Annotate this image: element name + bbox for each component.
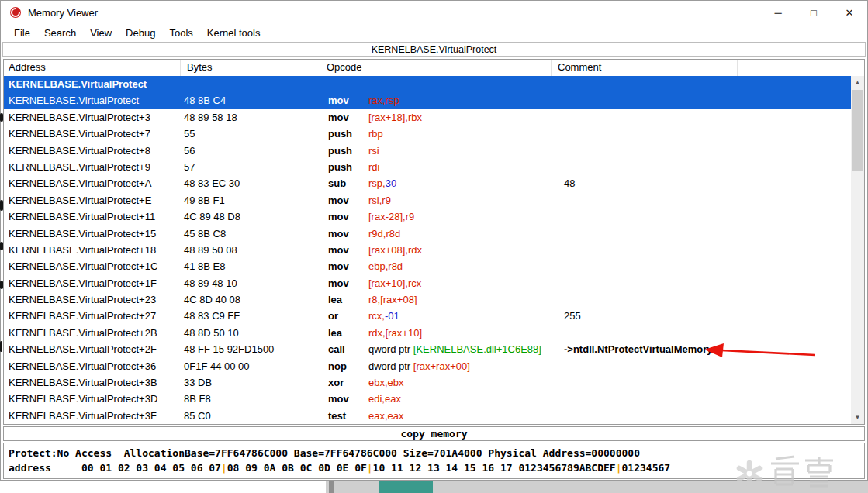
address-cell: KERNELBASE.VirtualProtect+3F [4, 408, 181, 424]
menu-item-view[interactable]: View [83, 25, 119, 41]
address-cell: KERNELBASE.VirtualProtect+E [4, 192, 181, 209]
ruler-segment: | [616, 462, 622, 474]
disasm-row[interactable]: KERNELBASE.VirtualProtect+3D8B F8movedi,… [4, 391, 851, 407]
app-logo-icon [9, 6, 22, 19]
minimize-button[interactable]: ─ [760, 1, 796, 24]
disasm-row[interactable]: KERNELBASE.VirtualProtect+1848 89 50 08m… [4, 242, 851, 258]
mnemonic: mov [328, 209, 368, 225]
mnemonic: mov [328, 275, 368, 291]
maximize-button[interactable]: □ [796, 1, 832, 24]
address-cell: KERNELBASE.VirtualProtect+3B [4, 374, 181, 391]
close-button[interactable]: ✕ [832, 1, 867, 24]
opcode-cell: movebp,r8d [320, 258, 552, 274]
opcode-cell: pushrbp [320, 126, 552, 142]
comment-cell [552, 325, 851, 341]
section-label: KERNELBASE.VirtualProtect [4, 76, 851, 92]
operand: [rax+08],rdx [368, 244, 422, 256]
mnemonic: mov [328, 192, 368, 209]
column-header-bytes[interactable]: Bytes [181, 60, 320, 76]
mnemonic: mov [328, 391, 368, 407]
comment-cell [552, 391, 851, 407]
disasm-row[interactable]: KERNELBASE.VirtualProtect+856pushrsi [4, 143, 851, 159]
comment-cell [552, 209, 851, 225]
screen-edge-artifact [0, 341, 2, 352]
address-cell: KERNELBASE.VirtualProtect+7 [4, 126, 181, 142]
menu-item-search[interactable]: Search [37, 25, 83, 41]
disasm-row[interactable]: KERNELBASE.VirtualProtect+A48 83 EC 30su… [4, 175, 851, 191]
disasm-row[interactable]: KERNELBASE.VirtualProtect+E49 8B F1movrs… [4, 192, 851, 209]
menu-item-file[interactable]: File [7, 25, 37, 41]
comment-cell: ->ntdll.NtProtectVirtualMemory [552, 341, 851, 357]
hex-ruler-line: address 00 01 02 03 04 05 06 07|08 09 0A… [9, 460, 864, 475]
disasm-row[interactable]: KERNELBASE.VirtualProtect+2F48 FF 15 92F… [4, 341, 851, 357]
operand: [rax+18],rbx [368, 112, 422, 123]
opcode-cell: callqword ptr [KERNELBASE.dll+1C6E88] [320, 341, 552, 357]
disasm-row[interactable]: KERNELBASE.VirtualProtect+2B48 8D 50 10l… [4, 325, 851, 341]
comment-cell [552, 258, 851, 274]
disasm-row[interactable]: KERNELBASE.VirtualProtect+755pushrbp [4, 126, 851, 142]
disasm-row[interactable]: KERNELBASE.VirtualProtect+3B33 DBxorebx,… [4, 374, 851, 391]
address-cell: KERNELBASE.VirtualProtect+A [4, 175, 181, 191]
screen: Memory Viewer ─ □ ✕ FileSearchViewDebugT… [0, 0, 868, 493]
disasm-row[interactable]: KERNELBASE.VirtualProtect+1C41 8B E8move… [4, 258, 851, 274]
operand: rdi [368, 161, 379, 173]
column-header-address[interactable]: Address [4, 60, 181, 76]
title-bar[interactable]: Memory Viewer ─ □ ✕ [1, 1, 867, 24]
disasm-row[interactable]: KERNELBASE.VirtualProtect+3F85 C0testeax… [4, 408, 851, 424]
opcode-cell: nopdword ptr [rax+rax+00] [320, 358, 552, 374]
opcode-cell: orrcx,-01 [320, 308, 552, 324]
disasm-row[interactable]: KERNELBASE.VirtualProtect+114C 89 48 D8m… [4, 209, 851, 225]
mnemonic: mov [328, 109, 368, 126]
operand: r9d,r8d [368, 228, 400, 240]
mnemonic: call [328, 341, 368, 357]
operand: 30 [386, 178, 396, 189]
scroll-down-icon[interactable]: ▼ [851, 411, 864, 424]
mnemonic: push [328, 126, 368, 142]
comment-cell [552, 159, 851, 175]
address-cell: KERNELBASE.VirtualProtect+2B [4, 325, 181, 341]
mnemonic: mov [328, 258, 368, 274]
background-window-strip [0, 481, 868, 493]
bytes-cell: 56 [181, 143, 320, 159]
disasm-row[interactable]: KERNELBASE.VirtualProtect+348 89 58 18mo… [4, 109, 851, 126]
address-cell: KERNELBASE.VirtualProtect+8 [4, 143, 181, 159]
column-header-comment[interactable]: Comment [552, 60, 738, 76]
address-cell: KERNELBASE.VirtualProtect+11 [4, 209, 181, 225]
vertical-scrollbar[interactable]: ▲ ▼ [851, 76, 864, 424]
menu-item-tools[interactable]: Tools [162, 25, 199, 41]
address-cell: KERNELBASE.VirtualProtect+3 [4, 109, 181, 126]
menu-item-debug[interactable]: Debug [119, 25, 162, 41]
address-cell: KERNELBASE.VirtualProtect+2F [4, 341, 181, 357]
comment-cell [552, 192, 851, 209]
disasm-row[interactable]: KERNELBASE.VirtualProtect+2748 83 C9 FFo… [4, 308, 851, 324]
disasm-row[interactable]: KERNELBASE.VirtualProtect+1545 8B C8movr… [4, 226, 851, 242]
bytes-cell: 48 89 50 08 [181, 242, 320, 258]
screen-edge-artifact [0, 242, 3, 250]
caption-text: KERNELBASE.VirtualProtect [372, 44, 497, 55]
menu-item-kernel-tools[interactable]: Kernel tools [200, 25, 268, 41]
disasm-row[interactable]: KERNELBASE.VirtualProtect+360F1F 44 00 0… [4, 358, 851, 374]
disasm-section-row[interactable]: KERNELBASE.VirtualProtect [4, 76, 851, 92]
address-cell: KERNELBASE.VirtualProtect+36 [4, 358, 181, 374]
address-cell: KERNELBASE.VirtualProtect+23 [4, 291, 181, 308]
scroll-thumb[interactable] [852, 90, 863, 171]
bytes-cell: 8B F8 [181, 391, 320, 407]
scroll-up-icon[interactable]: ▲ [851, 76, 864, 89]
operand: rdx,[rax+10] [368, 327, 422, 339]
bytes-cell: 48 89 58 18 [181, 109, 320, 126]
bytes-cell: 49 8B F1 [181, 192, 320, 209]
disasm-row[interactable]: KERNELBASE.VirtualProtect+1F48 89 48 10m… [4, 275, 851, 291]
ruler-segment: 08 09 0A 0B 0C 0D 0E 0F [227, 462, 367, 474]
column-header-opcode[interactable]: Opcode [320, 60, 552, 76]
disasm-row[interactable]: KERNELBASE.VirtualProtect+957pushrdi [4, 159, 851, 175]
operand: rcx, [368, 310, 385, 322]
operand: eax,eax [368, 410, 404, 422]
operand: [rax-28],r9 [368, 211, 414, 222]
column-header-filler [738, 60, 864, 76]
operand: [rax+rax+00] [413, 360, 470, 372]
disasm-row[interactable]: KERNELBASE.VirtualProtect48 8B C4movrax,… [4, 92, 851, 109]
copy-memory-bar[interactable]: copy memory [3, 426, 865, 441]
disasm-row[interactable]: KERNELBASE.VirtualProtect+234C 8D 40 08l… [4, 291, 851, 308]
protect-info-line: Protect:No Access AllocationBase=7FF6478… [9, 446, 864, 460]
address-cell: KERNELBASE.VirtualProtect+27 [4, 308, 181, 324]
